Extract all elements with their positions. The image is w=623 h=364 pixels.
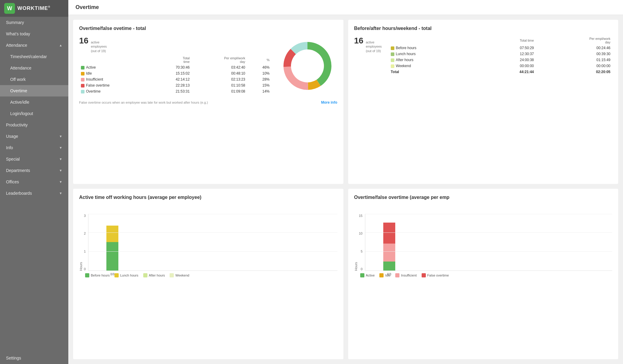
row-total: 22:28:13: [152, 82, 191, 88]
bah-col-label: [389, 36, 480, 45]
bar-segment-4-active: [383, 262, 395, 271]
bar-group-1: 8/8: [106, 226, 118, 271]
card-overtime-total: Overtime/false ovetime - total 16 active…: [73, 20, 343, 184]
sidebar: W WORKTIME® Summary What's today Attenda…: [0, 0, 68, 364]
card1-left: 16 active employees (out of 19) Totaltim…: [79, 36, 271, 94]
table-row: Active 70:30:46 03:42:40 46%: [79, 64, 271, 70]
sidebar-item-settings[interactable]: Settings: [0, 352, 68, 364]
sidebar-item-whats-today[interactable]: What's today: [0, 28, 68, 40]
row-label: Insufficient: [79, 76, 152, 82]
card4-chart-area: Hours 15 10 5 0: [354, 205, 613, 271]
row-pct: 10%: [247, 70, 271, 76]
sidebar-item-label: Attendance: [10, 66, 31, 70]
bar-x-label: 8/8: [110, 273, 114, 276]
chart-plot-3: 8/8: [88, 214, 337, 271]
sidebar-item-departments[interactable]: Departments ▼: [0, 165, 68, 176]
row-pct: 28%: [247, 76, 271, 82]
legend-dot: [379, 273, 384, 277]
col-header-label: [79, 55, 152, 64]
row-label: After hours: [389, 57, 480, 63]
donut-svg: [277, 36, 337, 96]
sidebar-item-label: Leaderboards: [6, 191, 32, 196]
y-labels-3: 3 2 1 0: [84, 214, 88, 271]
legend-item-weekend: Weekend: [170, 273, 189, 277]
main-content: Overtime Overtime/false ovetime - total …: [68, 0, 623, 364]
chart-plot-4: 8/8: [365, 214, 612, 271]
more-info-link[interactable]: More info: [321, 100, 337, 105]
row-total: 24:00:38: [480, 57, 535, 63]
legend-dot: [143, 273, 147, 277]
row-per-empl: 03:42:40: [191, 64, 247, 70]
logo-reg: ®: [48, 5, 50, 8]
bar-segment-active: [106, 242, 118, 271]
row-per-empl: 00:00:00: [536, 63, 612, 69]
row-label: Lunch hours: [389, 51, 480, 57]
sidebar-item-label: Overtime: [10, 88, 27, 93]
bar-group-4-1: 8/8: [383, 223, 395, 271]
row-pct: 14%: [247, 88, 271, 94]
page-header: Overtime: [68, 0, 623, 15]
sidebar-item-label: Timesheet/calendar: [10, 54, 47, 59]
sidebar-item-label: Attendance: [6, 43, 27, 48]
legend-dot: [360, 273, 364, 277]
row-label: False overtime: [79, 82, 152, 88]
sidebar-item-label: Info: [6, 145, 13, 150]
sidebar-item-label: Special: [6, 157, 20, 161]
row-pct: 15%: [247, 82, 271, 88]
sidebar-item-label: Active/idle: [10, 100, 29, 105]
card-active-time-bar: Active time off working hours (average p…: [73, 189, 343, 359]
logo-icon: W: [4, 3, 15, 14]
sidebar-item-offices[interactable]: Offices ▼: [0, 176, 68, 188]
sidebar-item-usage[interactable]: Usage ▼: [0, 131, 68, 142]
row-per-empl: 01:09:08: [191, 88, 247, 94]
row-total: 15:15:02: [152, 70, 191, 76]
row-total: 21:53:31: [152, 88, 191, 94]
sidebar-item-label: Off work: [10, 77, 26, 82]
row-per-empl: 02:20:05: [536, 69, 612, 75]
sidebar-item-label: Summary: [6, 20, 24, 25]
bah-table: Total time Per empl/workday Before hours…: [389, 36, 612, 75]
sidebar-item-off-work[interactable]: Off work: [0, 74, 68, 85]
chevron-down-icon: ▼: [59, 157, 62, 161]
row-label: Weekend: [389, 63, 480, 69]
row-total: 44:21:44: [480, 69, 535, 75]
row-per-empl: 01:15:49: [536, 57, 612, 63]
content-area: Overtime/false ovetime - total 16 active…: [68, 15, 623, 364]
y-axis-label: Hours: [79, 205, 83, 271]
row-total: 42:14:12: [152, 76, 191, 82]
row-total: 00:00:00: [480, 63, 535, 69]
row-label: Total: [389, 69, 480, 75]
legend-dot: [395, 273, 399, 277]
y-labels-4: 15 10 5 0: [359, 214, 365, 271]
sidebar-item-overtime[interactable]: Overtime: [0, 85, 68, 96]
bar-segment-4-insuf: [383, 244, 395, 262]
sidebar-item-attendance-sub[interactable]: Attendance: [0, 62, 68, 74]
table-row: Weekend 00:00:00 00:00:00: [389, 63, 612, 69]
sidebar-item-leaderboards[interactable]: Leaderboards ▼: [0, 188, 68, 199]
card2-content: 16 active employees (out of 19) Total ti…: [354, 36, 613, 75]
card2-title: Before/after hours/weekend - total: [354, 26, 613, 31]
sidebar-item-attendance[interactable]: Attendance ▲: [0, 40, 68, 51]
sidebar-item-productivity[interactable]: Productivity: [0, 119, 68, 131]
employee-count: 16: [79, 36, 88, 46]
logo-brand: WORK: [17, 5, 35, 11]
legend-item-after-hours: After hours: [143, 273, 165, 277]
sidebar-item-info[interactable]: Info ▼: [0, 142, 68, 153]
sidebar-item-summary[interactable]: Summary: [0, 17, 68, 28]
legend-dot: [85, 273, 89, 277]
sidebar-item-login-logout[interactable]: Login/logout: [0, 108, 68, 119]
card1-title: Overtime/false ovetime - total: [79, 26, 337, 31]
row-total: 12:30:37: [480, 51, 535, 57]
sidebar-item-label: Login/logout: [10, 111, 33, 116]
sidebar-item-special[interactable]: Special ▼: [0, 153, 68, 165]
table-total-row: Total 44:21:44 02:20:05: [389, 69, 612, 75]
sidebar-item-active-idle[interactable]: Active/idle: [0, 96, 68, 108]
row-per-empl: 02:13:23: [191, 76, 247, 82]
card-before-after-total: Before/after hours/weekend - total 16 ac…: [348, 20, 619, 184]
sidebar-item-timesheet[interactable]: Timesheet/calendar: [0, 51, 68, 62]
col-header-total: Totaltime: [152, 55, 191, 64]
row-per-empl: 00:39:30: [536, 51, 612, 57]
logo-suffix: TIME: [35, 5, 48, 11]
legend-dot: [170, 273, 174, 277]
sidebar-item-label: Departments: [6, 168, 30, 173]
